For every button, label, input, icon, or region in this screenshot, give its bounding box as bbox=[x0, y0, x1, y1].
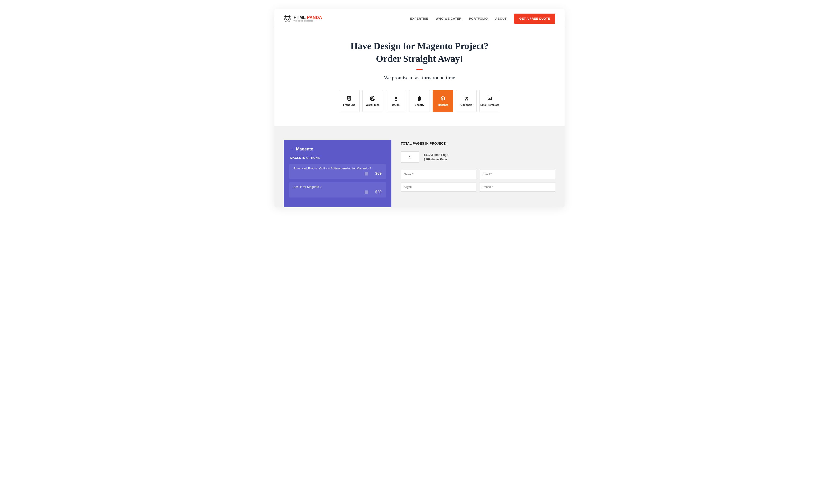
tab-label: OpenCart bbox=[461, 104, 472, 106]
magento-icon bbox=[440, 95, 446, 102]
svg-point-7 bbox=[287, 20, 288, 20]
svg-point-3 bbox=[286, 18, 287, 20]
collapse-icon: − bbox=[290, 147, 293, 151]
tab-drupal[interactable]: Drupal bbox=[386, 90, 406, 112]
email-field[interactable] bbox=[480, 169, 555, 179]
panda-icon bbox=[284, 15, 291, 22]
tab-label: Magento bbox=[438, 104, 448, 106]
total-pages-label: TOTAL PAGES IN PROJECT: bbox=[401, 142, 555, 145]
option-checkbox[interactable] bbox=[365, 172, 368, 176]
nav-portfolio[interactable]: PORTFOLIO bbox=[469, 17, 488, 20]
svg-point-2 bbox=[285, 16, 290, 22]
order-section: − Magento MAGENTO OPTIONS Advanced Produ… bbox=[274, 126, 565, 207]
shopify-icon bbox=[416, 95, 423, 102]
price-label: /Home Page bbox=[431, 153, 448, 157]
option-name: SMTP for Magento 2 bbox=[293, 185, 381, 188]
hero-subtitle: We promise a fast turnaround time bbox=[279, 75, 560, 81]
svg-point-9 bbox=[395, 100, 397, 101]
option-item: Advanced Product Options Suite extension… bbox=[289, 164, 386, 179]
svg-point-6 bbox=[288, 18, 289, 19]
tab-label: Email Template bbox=[480, 104, 499, 106]
tab-shopify[interactable]: Shopify bbox=[409, 90, 430, 112]
option-price: $39 bbox=[375, 190, 381, 194]
options-panel: − Magento MAGENTO OPTIONS Advanced Produ… bbox=[284, 140, 391, 207]
hero: Have Design for Magento Project? Order S… bbox=[274, 28, 565, 126]
price-value: $169 bbox=[424, 158, 430, 161]
panel-header[interactable]: − Magento bbox=[289, 147, 386, 151]
inner-page-price: $169 /Inner Page bbox=[424, 158, 448, 161]
tab-label: Drupal bbox=[392, 104, 400, 106]
main-nav: EXPERTISE WHO WE CATER PORTFOLIO ABOUT G… bbox=[410, 14, 555, 24]
title-underline bbox=[416, 69, 423, 70]
tab-label: Front-End bbox=[343, 104, 356, 106]
svg-point-5 bbox=[286, 18, 287, 19]
header: HTML PANDA WE CODE DESIGNS EXPERTISE WHO… bbox=[274, 10, 565, 28]
wordpress-icon bbox=[370, 95, 376, 102]
svg-point-11 bbox=[467, 100, 468, 101]
phone-field[interactable] bbox=[480, 182, 555, 192]
pages-count-input[interactable] bbox=[401, 151, 419, 163]
project-form: TOTAL PAGES IN PROJECT: $319 /Home Page … bbox=[401, 140, 555, 192]
svg-point-4 bbox=[288, 18, 290, 20]
title-line-1: Have Design for Magento Project? bbox=[351, 41, 488, 51]
logo-panda: PANDA bbox=[307, 15, 322, 20]
platform-tabs: Front-End WordPress Drupal Shopify Magen… bbox=[279, 90, 560, 112]
get-quote-button[interactable]: GET A FREE QUOTE bbox=[514, 14, 555, 24]
panel-title: Magento bbox=[296, 147, 314, 151]
tab-front-end[interactable]: Front-End bbox=[339, 90, 360, 112]
option-checkbox[interactable] bbox=[365, 191, 368, 194]
svg-rect-12 bbox=[488, 97, 492, 100]
tab-label: Shopify bbox=[415, 104, 424, 106]
logo-html: HTML bbox=[293, 15, 306, 20]
option-name: Advanced Product Options Suite extension… bbox=[293, 167, 381, 170]
opencart-icon bbox=[463, 95, 469, 102]
option-item: SMTP for Magento 2 $39 bbox=[289, 182, 386, 197]
tab-label: WordPress bbox=[366, 104, 379, 106]
envelope-icon bbox=[487, 95, 493, 102]
tab-magento[interactable]: Magento bbox=[433, 90, 453, 112]
option-price: $69 bbox=[375, 172, 381, 176]
options-label: MAGENTO OPTIONS bbox=[289, 156, 386, 160]
price-value: $319 bbox=[424, 153, 430, 157]
tab-wordpress[interactable]: WordPress bbox=[362, 90, 383, 112]
price-label: /Inner Page bbox=[431, 158, 447, 161]
logo[interactable]: HTML PANDA WE CODE DESIGNS bbox=[284, 15, 322, 22]
drupal-icon bbox=[393, 95, 399, 102]
tab-email-template[interactable]: Email Template bbox=[479, 90, 500, 112]
tab-opencart[interactable]: OpenCart bbox=[456, 90, 477, 112]
svg-point-10 bbox=[465, 100, 466, 101]
nav-expertise[interactable]: EXPERTISE bbox=[410, 17, 428, 20]
html5-icon bbox=[346, 95, 352, 102]
logo-tagline: WE CODE DESIGNS bbox=[293, 20, 322, 22]
title-line-2: Order Straight Away! bbox=[376, 53, 463, 64]
name-field[interactable] bbox=[401, 169, 476, 179]
page-title: Have Design for Magento Project? Order S… bbox=[279, 40, 560, 65]
home-page-price: $319 /Home Page bbox=[424, 153, 448, 157]
skype-field[interactable] bbox=[401, 182, 476, 192]
nav-who-we-cater[interactable]: WHO WE CATER bbox=[436, 17, 462, 20]
nav-about[interactable]: ABOUT bbox=[495, 17, 507, 20]
